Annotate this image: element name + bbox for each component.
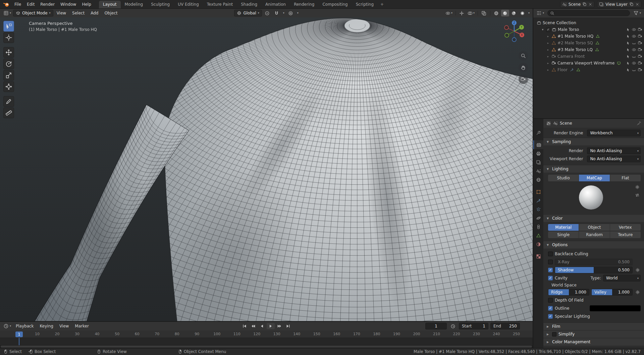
properties-tab-tool[interactable] <box>533 128 543 137</box>
cavity-type-dropdown[interactable]: World▾ <box>603 275 641 281</box>
lighting-matcap-button[interactable]: MatCap <box>579 175 610 181</box>
disable-render-icon[interactable] <box>638 41 642 45</box>
shading-wireframe-button[interactable] <box>492 10 500 16</box>
playhead[interactable]: 1 <box>15 331 23 337</box>
navigation-gizmo[interactable]: X Y Z <box>502 19 527 45</box>
outliner-search[interactable] <box>547 10 630 16</box>
selectable-icon[interactable] <box>626 41 630 45</box>
menu-marker[interactable]: Marker <box>72 323 91 329</box>
properties-tab-particles[interactable] <box>533 205 543 214</box>
visibility-dropdown[interactable]: ▾ <box>444 10 453 16</box>
disclosure-triangle-icon[interactable]: ▸ <box>546 41 550 45</box>
panel-header-film[interactable]: ▶Film <box>543 322 644 330</box>
previous-keyframe-button[interactable] <box>249 323 257 329</box>
menu-view[interactable]: View <box>54 10 69 16</box>
disclosure-triangle-icon[interactable]: ▸ <box>546 68 550 72</box>
outliner-row-male-torso[interactable]: ▾ ✓ Male Torso <box>533 26 644 33</box>
hide-viewport-icon[interactable] <box>632 27 636 32</box>
start-frame-field[interactable]: Start1 <box>459 323 488 329</box>
outliner-row-male-torso-lq[interactable]: ▸ #3 Male Torso LQ <box>533 46 644 53</box>
tab-shading[interactable]: Shading <box>237 1 261 8</box>
lighting-studio-button[interactable]: Studio <box>548 175 579 181</box>
properties-tab-physics[interactable] <box>533 214 543 222</box>
color-material-button[interactable]: Material <box>548 224 579 231</box>
zoom-button[interactable] <box>519 51 528 60</box>
scene-selector[interactable]: Scene <box>560 1 595 8</box>
select-box-tool[interactable] <box>3 21 14 32</box>
viewport-sampling-dropdown[interactable]: No Anti-Aliasing▾ <box>587 156 641 162</box>
outliner-row-scene-collection[interactable]: Scene Collection <box>533 19 644 26</box>
properties-tab-world[interactable] <box>533 175 543 184</box>
color-vertex-button[interactable]: Vertex <box>610 224 641 231</box>
snap-dropdown[interactable]: ▾ <box>282 10 285 16</box>
add-workspace-button[interactable]: + <box>378 1 386 8</box>
properties-editor-icon[interactable] <box>546 121 551 126</box>
hide-viewport-icon[interactable] <box>632 34 636 39</box>
outliner-row-male-torso-sq[interactable]: ▸ #2 Male Torso SQ <box>533 40 644 46</box>
depth-of-field-checkbox[interactable] <box>548 298 553 303</box>
unlink-scene-icon[interactable] <box>588 2 592 6</box>
valley-slider[interactable]: Valley 1.000 <box>591 289 633 296</box>
panel-header-color[interactable]: ▼Color <box>543 214 644 222</box>
selectable-icon[interactable] <box>626 28 630 32</box>
simplify-checkbox[interactable] <box>552 332 556 337</box>
menu-object[interactable]: Object <box>102 10 120 16</box>
snap-toggle[interactable] <box>273 10 281 16</box>
shading-solid-button[interactable] <box>501 10 509 16</box>
selectable-icon[interactable] <box>626 54 630 59</box>
menu-timeline-view[interactable]: View <box>57 323 71 329</box>
disclosure-triangle-icon[interactable]: ▸ <box>546 55 550 58</box>
menu-file[interactable]: File <box>12 1 24 8</box>
properties-tab-texture[interactable] <box>533 252 543 261</box>
play-button[interactable] <box>267 323 275 329</box>
tab-texture-paint[interactable]: Texture Paint <box>203 1 237 8</box>
viewport-3d-canvas[interactable] <box>0 17 533 321</box>
color-random-button[interactable]: Random <box>579 231 610 238</box>
panel-header-sampling[interactable]: ▼Sampling <box>543 138 644 145</box>
disable-render-icon[interactable] <box>638 54 642 59</box>
menu-playback[interactable]: Playback <box>13 323 37 329</box>
current-frame-field[interactable]: 1 <box>425 323 447 329</box>
disclosure-triangle-icon[interactable]: ▸ <box>546 35 550 38</box>
preview-range-toggle[interactable] <box>449 323 457 329</box>
color-object-button[interactable]: Object <box>579 224 610 231</box>
mode-dropdown[interactable]: Object Mode▾ <box>13 10 53 16</box>
transform-tool[interactable] <box>3 81 14 92</box>
blender-logo-icon[interactable] <box>3 1 10 8</box>
move-tool[interactable] <box>3 47 14 58</box>
disable-render-icon[interactable] <box>638 61 642 65</box>
next-keyframe-button[interactable] <box>275 323 283 329</box>
camera-view-button[interactable] <box>519 75 528 84</box>
panel-header-options[interactable]: ▼Options <box>543 241 644 249</box>
selectable-icon[interactable] <box>626 34 630 39</box>
outline-checkbox[interactable]: ✓ <box>548 306 553 311</box>
new-view-layer-icon[interactable] <box>629 2 634 6</box>
timeline-scrollbar-thumb[interactable] <box>1 346 532 348</box>
menu-render[interactable]: Render <box>38 1 57 8</box>
selectable-icon[interactable] <box>626 68 630 72</box>
new-scene-icon[interactable] <box>582 2 587 6</box>
matcap-preview[interactable] <box>548 183 634 212</box>
menu-window[interactable]: Window <box>58 1 79 8</box>
outliner-row-camera-viewport-wireframe[interactable]: ▸ Camera Viewport Wireframe <box>533 60 644 66</box>
play-reverse-button[interactable] <box>258 323 266 329</box>
disable-render-icon[interactable] <box>638 27 642 32</box>
editor-type-button[interactable]: ▾ <box>2 10 12 16</box>
jump-to-end-button[interactable] <box>284 323 292 329</box>
view-layer-selector[interactable]: View Layer <box>597 1 641 8</box>
lighting-flat-button[interactable]: Flat <box>610 175 641 181</box>
collection-exclude-checkbox[interactable]: ✓ <box>546 28 550 32</box>
show-overlays-toggle[interactable]: ▾ <box>467 10 476 16</box>
tab-layout[interactable]: Layout <box>99 1 121 8</box>
disclosure-triangle-icon[interactable]: ▸ <box>546 61 550 65</box>
orientation-dropdown[interactable]: Global▾ <box>234 10 262 16</box>
properties-tab-view-layer[interactable] <box>533 158 543 167</box>
shadow-slider[interactable]: Shadow 0.500 <box>555 267 633 273</box>
shading-material-button[interactable] <box>510 10 518 16</box>
outliner-row-floor[interactable]: ▸ Floor <box>533 66 644 73</box>
color-single-button[interactable]: Single <box>548 231 579 238</box>
disclosure-triangle-icon[interactable]: ▸ <box>546 48 550 51</box>
menu-help[interactable]: Help <box>79 1 94 8</box>
properties-tab-object[interactable] <box>533 187 543 196</box>
xray-checkbox[interactable] <box>548 260 553 264</box>
